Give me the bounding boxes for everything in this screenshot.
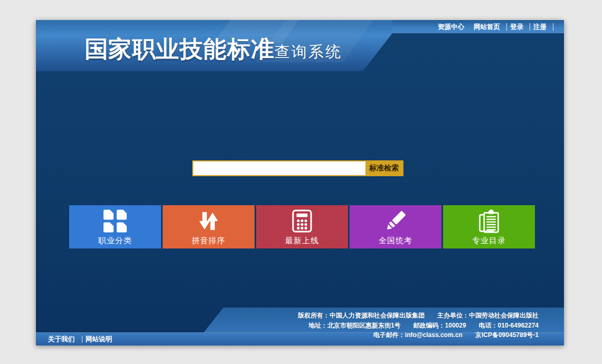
documents-icon bbox=[103, 209, 127, 233]
page-title-main: 国家职业技能标准 bbox=[84, 34, 275, 65]
tile-label: 专业目录 bbox=[472, 236, 506, 246]
footer-copyright: 版权所有：中国人力资源和社会保障出版集团 主办单位：中国劳动社会保障出版社 地址… bbox=[298, 311, 539, 340]
footer-line-2: 地址：北京市朝阳区惠新东街1号 邮政编码：100029 电话：010-64962… bbox=[298, 321, 539, 331]
tile-occupation-classification[interactable]: 职业分类 bbox=[69, 205, 161, 248]
sort-arrows-icon bbox=[197, 209, 220, 233]
category-tiles: 职业分类 拼音排序 bbox=[69, 205, 537, 248]
nav-register[interactable]: 注册 bbox=[530, 23, 553, 31]
footer-link-site-info[interactable]: 网站说明 bbox=[82, 336, 119, 343]
search-bar: 标准检索 bbox=[192, 160, 403, 176]
footer-link-about-us[interactable]: 关于我们 bbox=[45, 336, 82, 343]
site-title: 国家职业技能标准查询系统 bbox=[84, 34, 342, 65]
tile-pinyin-sort[interactable]: 拼音排序 bbox=[163, 205, 255, 248]
tile-major-catalog[interactable]: 专业目录 bbox=[443, 205, 535, 248]
tile-national-exam[interactable]: 全国统考 bbox=[350, 205, 441, 248]
tile-label: 最新上线 bbox=[285, 236, 319, 246]
page-title-sub: 查询系统 bbox=[275, 42, 342, 63]
nav-site-home[interactable]: 网站首页 bbox=[471, 23, 507, 31]
nav-resource-center[interactable]: 资源中心 bbox=[435, 23, 471, 31]
pencil-icon bbox=[383, 209, 408, 233]
standard-search-button[interactable]: 标准检索 bbox=[365, 161, 402, 175]
footer-line-3: 电子邮件：info@class.com.cn 京ICP备09045789号-1 bbox=[298, 330, 539, 340]
tile-label: 全国统考 bbox=[379, 236, 412, 246]
nav-login[interactable]: 登录 bbox=[507, 23, 530, 31]
main-window: 资源中心 网站首页 登录 注册 国家职业技能标准查询系统 标准检索 bbox=[36, 20, 564, 346]
tile-newly-launched[interactable]: 最新上线 bbox=[256, 205, 348, 248]
tile-label: 拼音排序 bbox=[192, 236, 225, 246]
search-input[interactable] bbox=[193, 161, 365, 175]
footer-line-1: 版权所有：中国人力资源和社会保障出版集团 主办单位：中国劳动社会保障出版社 bbox=[298, 311, 539, 321]
calculator-icon bbox=[292, 209, 312, 233]
tile-label: 职业分类 bbox=[98, 236, 132, 246]
clipboard-icon bbox=[477, 209, 501, 233]
